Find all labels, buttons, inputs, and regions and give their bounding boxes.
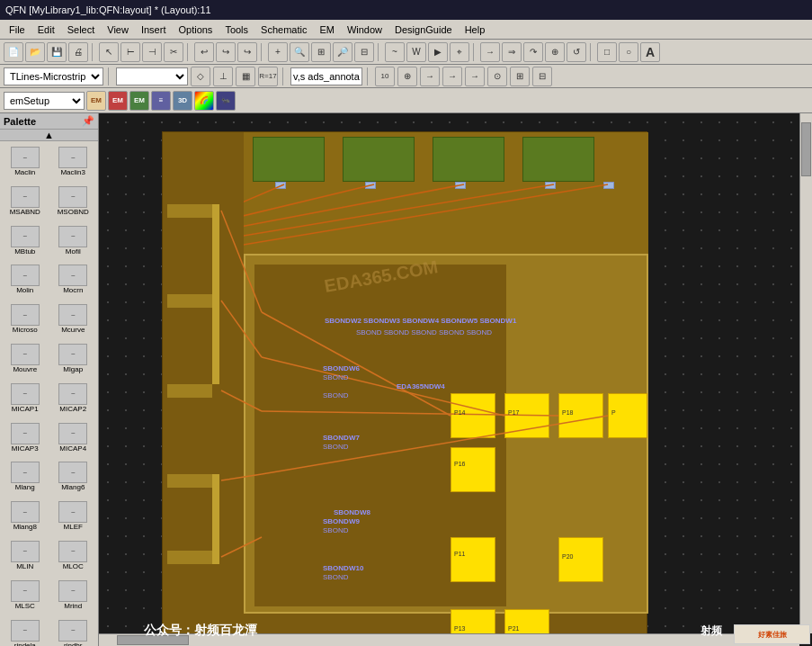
menu-help[interactable]: Help <box>460 22 491 37</box>
menu-designguide[interactable]: DesignGuide <box>389 22 458 37</box>
grid3-icon[interactable]: ⊟ <box>532 67 552 86</box>
rotate2-button[interactable]: ↺ <box>567 42 586 62</box>
layer-dropdown[interactable] <box>116 67 188 85</box>
3d-button[interactable]: 3D <box>173 91 192 111</box>
menu-window[interactable]: Window <box>342 22 388 37</box>
snap2-icon[interactable]: ⊕ <box>397 67 417 86</box>
push-button[interactable]: ⊣ <box>142 42 162 62</box>
mirror-button[interactable]: ⊕ <box>545 42 565 62</box>
menu-file[interactable]: File <box>4 22 31 37</box>
menu-schematic[interactable]: Schematic <box>255 22 312 37</box>
palette-pin-icon[interactable]: 📌 <box>82 115 94 127</box>
palette-icon-mlef: ~ <box>58 501 87 523</box>
zoom-area-button[interactable]: ⊞ <box>311 42 331 62</box>
print-button[interactable]: 🖨 <box>68 42 88 62</box>
arrow-r2-icon[interactable]: → <box>442 67 462 86</box>
palette-item-microso[interactable]: ~Microso <box>2 301 49 338</box>
palette-item-micap3[interactable]: ~MICAP3 <box>2 419 49 457</box>
zoom-out-button[interactable]: 🔎 <box>333 42 352 62</box>
palette-item-mlang8[interactable]: ~Mlang8 <box>2 498 49 535</box>
palette-item-mocrn[interactable]: ~Mocrn <box>50 261 97 299</box>
palette-item-mlang6[interactable]: ~Mlang6 <box>50 458 97 496</box>
stretch-button[interactable]: ⊢ <box>120 42 140 62</box>
palette-item-msobnd[interactable]: ~MSOBND <box>50 183 97 220</box>
palette-item-mbtub[interactable]: ~MBtub <box>2 222 49 260</box>
rainbow-button[interactable]: 🌈 <box>194 91 214 111</box>
rect-button[interactable]: □ <box>597 42 617 62</box>
palette-item-maclin3[interactable]: ~Maclin3 <box>50 143 97 181</box>
delete-button[interactable]: ✂ <box>164 42 183 62</box>
layers-button[interactable]: ≡ <box>151 91 171 111</box>
grid2-icon[interactable]: ⊞ <box>510 67 530 86</box>
r17-icon[interactable]: R=17 <box>258 67 278 86</box>
zoom-fit-button[interactable]: ⊟ <box>354 42 374 62</box>
yellow-pad-r3c2 <box>558 537 603 582</box>
diamond-icon[interactable]: ◇ <box>191 67 210 86</box>
arrow1-button[interactable]: → <box>480 42 500 62</box>
open-button[interactable]: 📂 <box>25 42 45 62</box>
menu-edit[interactable]: Edit <box>32 22 60 37</box>
annotate-input[interactable] <box>290 67 362 85</box>
em-button3[interactable]: EM <box>129 91 149 111</box>
em-button1[interactable]: EM <box>86 91 106 111</box>
redo2-button[interactable]: ↪ <box>237 42 257 62</box>
palette-item-micap4[interactable]: ~MICAP4 <box>50 419 97 457</box>
palette-item-mrind[interactable]: ~Mrind <box>50 577 97 615</box>
cursor-button[interactable]: ↖ <box>99 42 119 62</box>
palette-item-rindbr[interactable]: ~rindbr <box>50 616 97 646</box>
circle2-icon[interactable]: ⊙ <box>487 67 507 86</box>
palette-item-rindela[interactable]: ~rindela <box>2 616 49 646</box>
palette-item-mlgap[interactable]: ~Mlgap <box>50 340 97 378</box>
menu-em[interactable]: EM <box>314 22 340 37</box>
arrow-r3-icon[interactable]: → <box>465 67 485 86</box>
arrow-r1-icon[interactable]: → <box>420 67 440 86</box>
save-button[interactable]: 💾 <box>47 42 67 62</box>
circle-button[interactable]: ○ <box>619 42 638 62</box>
canvas-area[interactable]: SBONDW6 SBOND EDA365NDW4 SBOND SBONDW7 S… <box>99 113 812 646</box>
perp-icon[interactable]: ⊥ <box>213 67 233 86</box>
wire-button[interactable]: W <box>406 42 426 62</box>
arrow2-button[interactable]: ⇒ <box>502 42 522 62</box>
rotate-button[interactable]: ↷ <box>523 42 543 62</box>
palette-item-mlang[interactable]: ~Mlang <box>2 458 49 496</box>
palette-item-mlef[interactable]: ~MLEF <box>50 498 97 535</box>
em-button2[interactable]: EM <box>108 91 128 111</box>
palette-item-msabnd[interactable]: ~MSABND <box>2 183 49 220</box>
ant-button[interactable]: 🐜 <box>216 91 236 111</box>
scroll-vertical[interactable] <box>799 113 812 633</box>
palette-label-micap3: MICAP3 <box>12 445 39 453</box>
menu-tools[interactable]: Tools <box>219 22 254 37</box>
palette-item-mofil[interactable]: ~Mofil <box>50 222 97 260</box>
net-button[interactable]: ~ <box>385 42 405 62</box>
snap-button[interactable]: ⌖ <box>450 42 469 62</box>
palette-item-micap1[interactable]: ~MICAP1 <box>2 380 49 417</box>
grid-icon[interactable]: ▦ <box>236 67 255 86</box>
menu-select[interactable]: Select <box>62 22 101 37</box>
palette-item-mloc[interactable]: ~MLOC <box>50 537 97 575</box>
scroll-thumb-v[interactable] <box>801 122 811 176</box>
palette-item-mcurve[interactable]: ~Mcurve <box>50 301 97 338</box>
menu-options[interactable]: Options <box>173 22 218 37</box>
palette-item-molin[interactable]: ~Molin <box>2 261 49 299</box>
palette-item-mlsc[interactable]: ~MLSC <box>2 577 49 615</box>
palette-item-micap2[interactable]: ~MICAP2 <box>50 380 97 417</box>
palette-icon-rindela: ~ <box>11 620 40 642</box>
zoom-in-button[interactable]: 🔍 <box>290 42 309 62</box>
scroll-thumb-h[interactable] <box>117 635 189 645</box>
scroll-horizontal[interactable] <box>99 633 799 646</box>
palette-item-maclin[interactable]: ~Maclin <box>2 143 49 181</box>
menu-view[interactable]: View <box>102 22 134 37</box>
tlines-dropdown[interactable]: TLines-Microstrip <box>4 67 103 85</box>
redo-button[interactable]: ↪ <box>216 42 236 62</box>
undo-button[interactable]: ↩ <box>194 42 214 62</box>
palette-item-mouvre[interactable]: ~Mouvre <box>2 340 49 378</box>
palette-scroll-up[interactable]: ▲ <box>0 130 98 141</box>
text-button[interactable]: A <box>640 42 660 62</box>
emsetup-dropdown[interactable]: emSetup <box>4 92 85 110</box>
new-button[interactable]: 📄 <box>4 42 23 62</box>
palette-item-mlin[interactable]: ~MLIN <box>2 537 49 575</box>
menu-insert[interactable]: Insert <box>136 22 172 37</box>
place-pin-button[interactable]: + <box>268 42 288 62</box>
place-button[interactable]: ▶ <box>428 42 448 62</box>
snap-val-icon[interactable]: 10 <box>375 67 395 86</box>
